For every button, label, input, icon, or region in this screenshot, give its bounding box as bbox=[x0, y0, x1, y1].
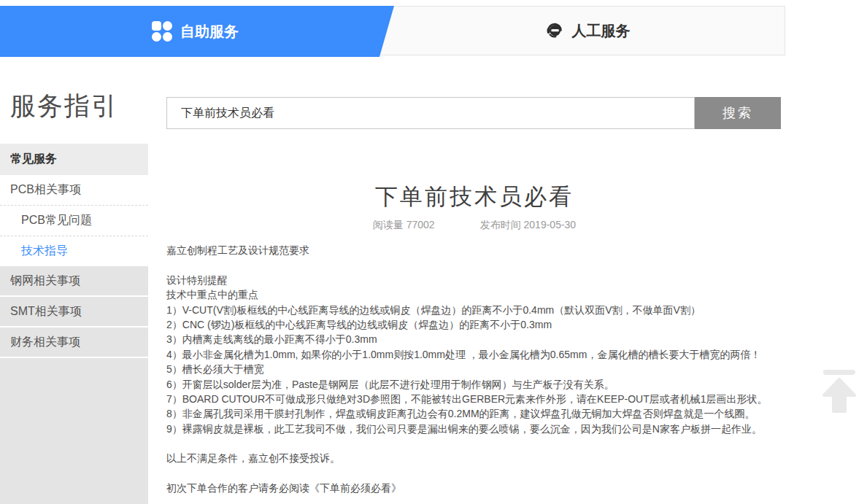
article-body-line: 1）V-CUT(V割)板框线的中心线距离导线的边线或铜皮（焊盘边）的距离不小于0… bbox=[166, 303, 790, 317]
article-body-line: 以上不满足条件，嘉立创不接受投诉。 bbox=[166, 451, 790, 465]
tab-self-service-label: 自助服务 bbox=[180, 22, 239, 42]
article-body-line: 3）内槽离走线离线的最小距离不得小于0.3mm bbox=[166, 332, 790, 346]
sidebar-item-技术指导[interactable]: 技术指导 bbox=[0, 236, 148, 266]
search-button[interactable]: 搜索 bbox=[695, 97, 781, 129]
back-to-top-button[interactable] bbox=[820, 368, 858, 415]
article-body-line: 技术中重点中的重点 bbox=[166, 287, 790, 302]
article-body-line bbox=[166, 436, 790, 451]
sidebar-item-SMT相关事项[interactable]: SMT相关事项 bbox=[0, 297, 148, 327]
article-body-line: 设计特别提醒 bbox=[166, 273, 790, 287]
help-center-page: 人工服务 自助服务 服务指引 常见服务PCB相关事项PCB常见问题技术指导钢网相… bbox=[0, 0, 867, 504]
article-body-line: 2）CNC (锣边)板框线的中心线距离导线的边线或铜皮（焊盘边）的距离不小于0.… bbox=[166, 317, 790, 332]
article-body-line: 8）非金属孔我司采用干膜封孔制作，焊盘或铜皮距离孔边会有0.2MM的距离，建议焊… bbox=[166, 406, 790, 421]
article-body: 嘉立创制程工艺及设计规范要求 设计特别提醒 技术中重点中的重点1）V-CUT(V… bbox=[166, 243, 790, 496]
sidebar: 服务指引 常见服务PCB相关事项PCB常见问题技术指导钢网相关事项SMT相关事项… bbox=[0, 57, 148, 504]
article-meta: 阅读量 77002 发布时间 2019-05-30 bbox=[166, 219, 782, 232]
article-body-line: 4）最小非金属化槽为1.0mm, 如果你的小于1.0mm则按1.0mm处理 ，最… bbox=[166, 347, 790, 362]
publish-date-value: 2019-05-30 bbox=[524, 219, 577, 230]
headset-icon bbox=[545, 20, 564, 42]
publish-date-label: 发布时间 bbox=[480, 219, 521, 230]
apps-grid-icon bbox=[152, 21, 172, 42]
article-body-line bbox=[166, 257, 790, 272]
article-body-line: 5）槽长必须大于槽宽 bbox=[166, 362, 790, 376]
article-body-line: 7）BOARD CUTOUR不可做成形只做绝对3D参照图，不能被转出GERBER… bbox=[166, 392, 790, 406]
publish-date: 发布时间 2019-05-30 bbox=[480, 219, 577, 232]
sidebar-item-PCB常见问题[interactable]: PCB常见问题 bbox=[0, 206, 148, 236]
view-count-label: 阅读量 bbox=[373, 219, 404, 230]
tab-self-service[interactable]: 自助服务 bbox=[0, 6, 390, 57]
sidebar-item-财务相关事项[interactable]: 财务相关事项 bbox=[0, 327, 148, 358]
view-count: 阅读量 77002 bbox=[373, 219, 435, 232]
tab-manual-service[interactable]: 人工服务 bbox=[390, 6, 785, 55]
tab-manual-service-label: 人工服务 bbox=[572, 21, 631, 41]
article-body-line: 嘉立创制程工艺及设计规范要求 bbox=[166, 243, 790, 257]
sidebar-filler bbox=[0, 358, 148, 504]
sidebar-item-PCB相关事项[interactable]: PCB相关事项 bbox=[0, 175, 148, 205]
article-title: 下单前技术员必看 bbox=[166, 182, 782, 212]
article-body-line bbox=[166, 466, 790, 481]
search-input[interactable] bbox=[166, 97, 695, 129]
sidebar-item-钢网相关事项[interactable]: 钢网相关事项 bbox=[0, 266, 148, 297]
article-body-line: 初次下单合作的客户请务必阅读《下单前必须必看》 bbox=[166, 481, 790, 495]
view-count-value: 77002 bbox=[406, 219, 435, 230]
article-body-line: 9）裸露铜皮就是裸板，此工艺我司不做，我们公司只要是漏出铜来的要么喷锡，要么沉金… bbox=[166, 422, 790, 436]
sidebar-menu: 常见服务PCB相关事项PCB常见问题技术指导钢网相关事项SMT相关事项财务相关事… bbox=[0, 144, 148, 358]
sidebar-title: 服务指引 bbox=[10, 89, 118, 123]
article-body-line: 6）开窗层以solder层为准，Paste是钢网层（此层不进行处理用于制作钢网）… bbox=[166, 377, 790, 392]
sidebar-item-常见服务[interactable]: 常见服务 bbox=[0, 144, 148, 175]
